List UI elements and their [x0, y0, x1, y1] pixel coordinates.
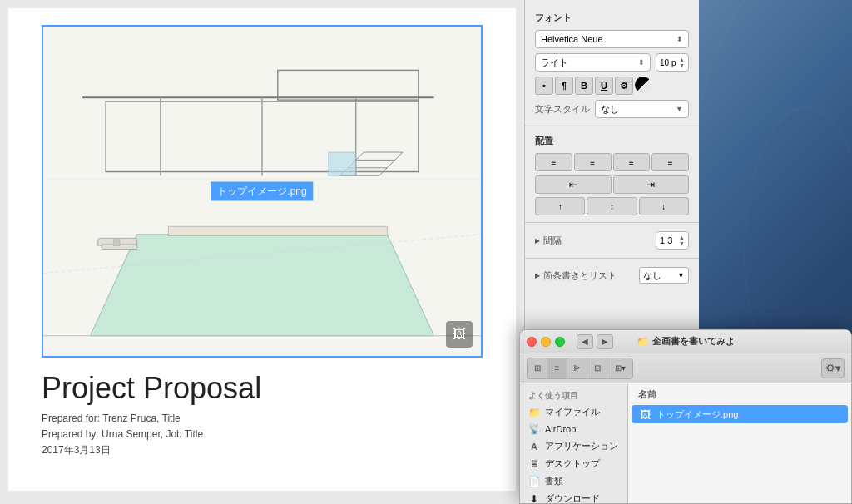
- bullet-btn[interactable]: •: [535, 77, 553, 95]
- sidebar-item-documents[interactable]: 📄 書類: [520, 472, 627, 490]
- font-weight-value: ライト: [541, 57, 568, 69]
- selected-item-name: トップイメージ.png: [656, 408, 738, 421]
- back-button[interactable]: ◀: [577, 334, 593, 349]
- finder-window[interactable]: ◀ ▶ 📁 企画書を書いてみよ ⊞ ≡ ⫸ ⊟ ⊞▾ ⚙▾ よく使う項目 📁 マ…: [519, 329, 852, 504]
- maximize-button[interactable]: [555, 337, 565, 347]
- sidebar-item-applications-label: アプリケーション: [545, 440, 618, 452]
- close-button[interactable]: [527, 337, 537, 347]
- align-left-btn[interactable]: ≡: [535, 153, 572, 171]
- project-title: Project Proposal: [42, 371, 483, 406]
- list-value: なし: [643, 269, 661, 282]
- indent-right-btn[interactable]: ⇥: [613, 175, 690, 194]
- align-justify-btn[interactable]: ≡: [651, 153, 689, 171]
- vertical-align-row: ↑ ↕ ↓: [525, 195, 699, 217]
- bold-btn[interactable]: B: [575, 77, 593, 95]
- list-collapse-icon: ▶: [535, 272, 540, 279]
- traffic-lights: [527, 337, 565, 347]
- finder-body: よく使う項目 📁 マイファイル 📡 AirDrop A アプリケーション 🖥 デ…: [520, 383, 851, 503]
- font-name-dropdown[interactable]: Helvetica Neue ⬍: [535, 30, 689, 48]
- list-view-btn[interactable]: ≡: [547, 358, 567, 378]
- finder-item-selected[interactable]: 🖼 トップイメージ.png: [632, 405, 848, 423]
- image-label: トップイメージ.png: [211, 182, 313, 201]
- color-picker-btn[interactable]: [635, 77, 651, 93]
- alignment-grid: ≡ ≡ ≡ ≡: [525, 151, 699, 174]
- view-mode-buttons: ⊞ ≡ ⫸ ⊟ ⊞▾: [527, 358, 633, 379]
- list-label: 箇条書きとリスト: [543, 269, 617, 282]
- char-style-value: なし: [601, 103, 619, 116]
- icon-view-btn[interactable]: ⊞: [528, 358, 547, 378]
- finder-title: 📁 企画書を書いてみよ: [637, 335, 735, 348]
- list-section[interactable]: ▶ 箇条書きとリスト なし ▼: [525, 264, 699, 287]
- font-name-arrow: ⬍: [676, 35, 683, 43]
- spacing-stepper[interactable]: ▲▼: [679, 235, 685, 246]
- font-weight-arrow: ⬍: [638, 58, 645, 67]
- gallery-view-btn[interactable]: ⊞▾: [607, 358, 632, 378]
- paragraph-btn[interactable]: ¶: [555, 77, 573, 95]
- spacing-label: 間隔: [543, 235, 593, 247]
- forward-button[interactable]: ▶: [597, 334, 613, 349]
- spacing-section[interactable]: ▶ 間隔 1.3 ▲▼: [525, 228, 699, 253]
- project-meta: Prepared for: Trenz Pruca, Title Prepare…: [42, 411, 483, 459]
- sidebar-item-myfiles-label: マイファイル: [545, 406, 600, 418]
- sidebar-item-desktop[interactable]: 🖥 デスクトップ: [520, 455, 627, 472]
- applications-icon: A: [528, 441, 540, 452]
- divider-2: [525, 222, 699, 223]
- font-weight-dropdown[interactable]: ライト ⬍: [535, 53, 651, 72]
- sidebar-item-applications[interactable]: A アプリケーション: [520, 437, 627, 455]
- column-view-btn[interactable]: ⫸: [567, 358, 587, 378]
- meta-line1: Prepared for: Trenz Pruca, Title: [42, 411, 483, 427]
- char-style-label: 文字スタイル: [535, 103, 590, 116]
- list-value-dropdown[interactable]: なし ▼: [639, 267, 689, 284]
- finder-titlebar: ◀ ▶ 📁 企画書を書いてみよ: [520, 330, 851, 353]
- indent-left-btn[interactable]: ⇤: [535, 175, 612, 194]
- selected-item-icon: 🖼: [638, 408, 651, 421]
- image-container[interactable]: トップイメージ.png 🖼: [42, 25, 483, 358]
- downloads-icon: ⬇: [528, 493, 540, 505]
- myfiles-icon: 📁: [528, 407, 540, 418]
- char-style-arrow: ▼: [676, 105, 683, 113]
- format-buttons-row: • ¶ B U ⚙: [525, 74, 699, 97]
- font-section-title: フォント: [525, 8, 699, 27]
- sidebar-item-downloads[interactable]: ⬇ ダウンロード: [520, 490, 627, 504]
- valign-bot-btn[interactable]: ↓: [639, 197, 689, 215]
- document-area: トップイメージ.png 🖼 Project Proposal Prepared …: [0, 0, 524, 504]
- sidebar-item-downloads-label: ダウンロード: [545, 492, 600, 504]
- image-icon-badge: 🖼: [446, 321, 473, 348]
- svg-rect-21: [114, 238, 121, 245]
- finder-toolbar: ⊞ ≡ ⫸ ⊟ ⊞▾ ⚙▾: [520, 353, 851, 383]
- page-content: トップイメージ.png 🖼 Project Proposal Prepared …: [8, 8, 516, 491]
- sidebar-item-documents-label: 書類: [545, 475, 563, 487]
- sidebar-item-airdrop[interactable]: 📡 AirDrop: [520, 421, 627, 437]
- gear-button[interactable]: ⚙▾: [821, 358, 845, 378]
- align-right-btn[interactable]: ≡: [613, 153, 651, 171]
- font-size-input[interactable]: 10 p ▲ ▼: [656, 53, 689, 72]
- underline-btn[interactable]: U: [595, 77, 613, 95]
- sidebar-item-myfiles[interactable]: 📁 マイファイル: [520, 403, 627, 421]
- spacing-value-input[interactable]: 1.3 ▲▼: [656, 231, 689, 250]
- char-style-row: 文字スタイル なし ▼: [525, 97, 699, 121]
- align-center-btn[interactable]: ≡: [574, 153, 612, 171]
- list-dropdown-arrow: ▼: [677, 271, 685, 279]
- svg-rect-18: [168, 226, 387, 235]
- sidebar-section-label: よく使う項目: [520, 388, 627, 403]
- finder-nav: ◀ ▶: [577, 334, 613, 349]
- font-name-row: Helvetica Neue ⬍: [525, 27, 699, 51]
- svg-marker-14: [90, 235, 433, 336]
- sidebar-item-desktop-label: デスクトップ: [545, 457, 600, 470]
- svg-rect-23: [329, 152, 356, 175]
- cover-flow-btn[interactable]: ⊟: [587, 358, 607, 378]
- minimize-button[interactable]: [541, 337, 551, 347]
- spacing-value: 1.3: [660, 235, 672, 245]
- sidebar-item-airdrop-label: AirDrop: [545, 424, 576, 434]
- valign-top-btn[interactable]: ↑: [535, 197, 585, 215]
- valign-mid-btn[interactable]: ↕: [587, 197, 637, 215]
- divider-3: [525, 258, 699, 259]
- char-style-dropdown[interactable]: なし ▼: [595, 100, 689, 118]
- meta-line3: 2017年3月13日: [42, 442, 483, 458]
- font-weight-row: ライト ⬍ 10 p ▲ ▼: [525, 51, 699, 74]
- divider-1: [525, 126, 699, 126]
- settings-btn[interactable]: ⚙: [615, 77, 633, 95]
- desktop-icon: 🖥: [528, 458, 540, 470]
- font-size-stepper[interactable]: ▲ ▼: [679, 57, 685, 68]
- finder-main: 名前 🖼 トップイメージ.png: [628, 383, 851, 503]
